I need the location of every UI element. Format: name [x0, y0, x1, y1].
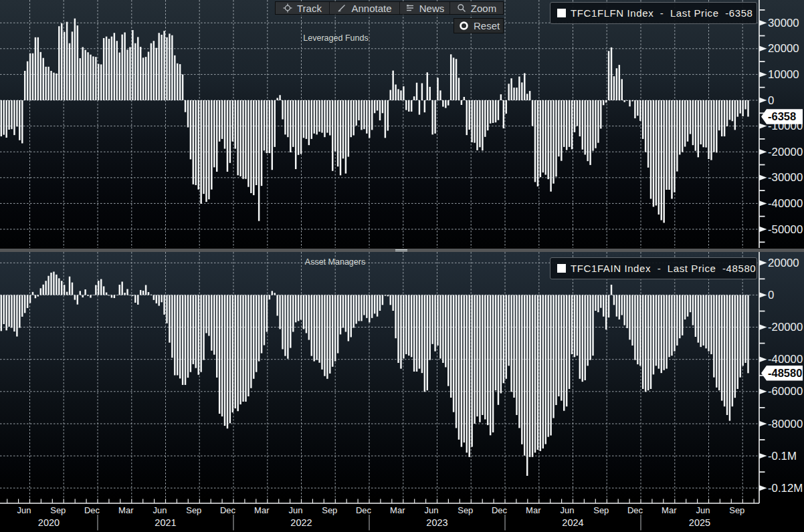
- svg-text:-20000: -20000: [768, 146, 803, 158]
- svg-text:2021: 2021: [155, 517, 176, 528]
- svg-text:-0.1M: -0.1M: [768, 450, 797, 462]
- svg-text:Mar: Mar: [390, 505, 405, 515]
- svg-text:-80000: -80000: [768, 418, 803, 430]
- svg-text:Dec: Dec: [627, 505, 643, 515]
- svg-text:2020: 2020: [38, 517, 60, 528]
- svg-text:Dec: Dec: [220, 505, 236, 515]
- svg-text:Dec: Dec: [492, 505, 508, 515]
- svg-text:10000: 10000: [768, 68, 799, 81]
- svg-text:Mar: Mar: [662, 505, 677, 515]
- svg-text:Dec: Dec: [356, 505, 372, 515]
- svg-text:Asset Managers: Asset Managers: [305, 257, 365, 267]
- svg-text:-48580: -48580: [768, 367, 802, 379]
- svg-text:0: 0: [768, 289, 774, 301]
- svg-text:Jun: Jun: [289, 505, 303, 515]
- svg-text:-60000: -60000: [768, 385, 803, 398]
- svg-text:2023: 2023: [426, 517, 447, 528]
- svg-text:Mar: Mar: [254, 505, 270, 515]
- svg-text:30000: 30000: [768, 17, 799, 29]
- svg-text:Mar: Mar: [118, 505, 134, 515]
- svg-text:2022: 2022: [290, 517, 312, 528]
- svg-text:Dec: Dec: [84, 505, 100, 515]
- svg-text:0: 0: [768, 94, 774, 107]
- svg-text:-50000: -50000: [768, 223, 803, 236]
- svg-text:-40000: -40000: [768, 197, 803, 210]
- svg-text:-40000: -40000: [768, 353, 803, 366]
- svg-text:Sep: Sep: [322, 505, 337, 515]
- svg-text:-20000: -20000: [768, 321, 803, 334]
- svg-text:Sep: Sep: [593, 505, 609, 515]
- svg-text:2024: 2024: [562, 517, 583, 528]
- svg-text:Sep: Sep: [50, 505, 66, 515]
- svg-text:Sep: Sep: [729, 505, 744, 515]
- svg-text:Jun: Jun: [696, 505, 710, 515]
- svg-text:Jun: Jun: [17, 505, 31, 515]
- svg-text:Sep: Sep: [186, 505, 201, 515]
- svg-text:20000: 20000: [768, 257, 799, 269]
- svg-text:Jun: Jun: [153, 505, 167, 515]
- svg-text:Jun: Jun: [425, 505, 439, 515]
- svg-text:Sep: Sep: [458, 505, 473, 515]
- svg-text:-0.12M: -0.12M: [768, 482, 803, 495]
- svg-text:-6358: -6358: [768, 110, 796, 122]
- svg-text:Jun: Jun: [561, 505, 575, 515]
- svg-text:-30000: -30000: [768, 171, 803, 184]
- svg-text:Leveraged Funds: Leveraged Funds: [303, 33, 368, 43]
- svg-text:20000: 20000: [768, 42, 799, 55]
- svg-text:2025: 2025: [689, 517, 710, 528]
- svg-text:Mar: Mar: [526, 505, 541, 515]
